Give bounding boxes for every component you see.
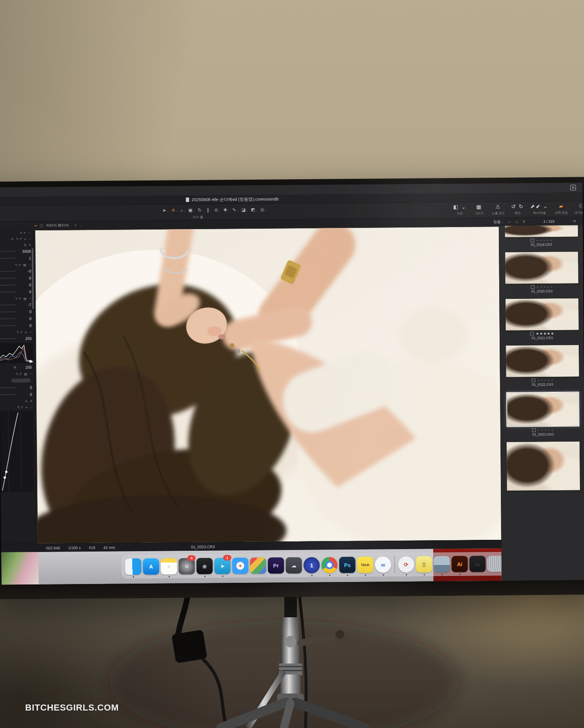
tone-curve[interactable] xyxy=(0,411,34,492)
highlight-row[interactable]: -7 xyxy=(0,301,34,309)
exposure-warning-button[interactable]: ⚠노출 경고 xyxy=(492,203,505,215)
select-checkbox[interactable] xyxy=(531,285,535,289)
more-icon[interactable]: ⋯ xyxy=(28,231,31,235)
menu-icon[interactable]: ▤ xyxy=(24,372,27,376)
more-icon[interactable]: ⋯ xyxy=(29,406,32,409)
menu-icon[interactable]: ≡ xyxy=(24,237,26,241)
erase-mask-tool[interactable]: ◪⌄ xyxy=(240,206,249,213)
layer-selector[interactable]: 이미지 레이어 ⌄ xyxy=(46,223,72,228)
system-settings[interactable]: ⚙ 4 xyxy=(178,556,195,576)
safari[interactable]: ✦ xyxy=(231,556,249,576)
fit-zoom-select[interactable]: 맞춤 ⌄ xyxy=(493,219,504,224)
structure-row[interactable]: 0 xyxy=(0,391,35,398)
star-rating[interactable]: • • • • • xyxy=(537,286,553,288)
menu-icon[interactable]: ≡ xyxy=(26,406,28,409)
menu-icon[interactable]: ▤ xyxy=(23,263,26,267)
more-icon[interactable]: ⋯ xyxy=(28,263,32,267)
filmstrip-item[interactable]: ★★★★★ 01_0321.CR3 xyxy=(505,298,579,340)
select-checkbox[interactable] xyxy=(530,332,533,335)
gradient-mask-tool[interactable]: ◩⌄ xyxy=(250,206,259,213)
thumbnail[interactable] xyxy=(505,225,578,237)
thumbnail[interactable] xyxy=(506,391,580,427)
add-layer-button[interactable]: + xyxy=(75,223,77,227)
brightness-row[interactable]: 0 xyxy=(0,281,34,289)
rotate-tool[interactable]: ↻⌄ xyxy=(197,206,205,214)
more-icon[interactable]: ⋯ xyxy=(29,372,32,376)
select-checkbox[interactable] xyxy=(532,378,535,382)
star-rating[interactable]: • • • • • xyxy=(538,379,553,382)
thumbnail[interactable] xyxy=(505,251,578,283)
filmstrip-item[interactable]: • • • • • 01_0322.CR3 xyxy=(506,345,579,387)
filmstrip-item[interactable] xyxy=(507,441,580,490)
rotate-buttons[interactable]: ↺ ↻회전 xyxy=(511,203,524,215)
reset-icon[interactable]: ↰ ↱ xyxy=(15,297,21,301)
input-source-icon[interactable]: A xyxy=(570,185,576,190)
sync-app[interactable]: ⟳ xyxy=(397,554,415,575)
grid-view-icon[interactable]: ▢ xyxy=(39,223,43,228)
select-checkbox[interactable] xyxy=(532,428,536,432)
pan-tool[interactable]: ✛⌄ xyxy=(171,206,178,214)
cloud-w-app[interactable]: ☁ xyxy=(285,555,303,576)
layers-icon[interactable]: ▪▪ xyxy=(34,223,37,227)
filmstrip-item[interactable]: • • • • • 01_0320.CR3 xyxy=(505,251,578,293)
reset-icon[interactable]: ↰ ↱ xyxy=(17,406,24,409)
reset-icon[interactable]: ↰ ↱ xyxy=(16,237,22,241)
premiere-pro[interactable]: Pr xyxy=(267,555,285,576)
mode-icon[interactable]: ⇅ xyxy=(24,243,27,247)
straighten-tool[interactable]: ∥⌄ xyxy=(206,206,213,214)
menu-icon[interactable]: ▤ xyxy=(24,297,27,301)
eyedropper-icon[interactable]: ✎ xyxy=(14,365,17,369)
loupe-tool[interactable]: ⌕⌄ xyxy=(180,206,186,214)
image-viewer[interactable] xyxy=(34,226,501,543)
menu-icon[interactable]: ≡ xyxy=(25,331,27,334)
reset-icon[interactable]: ↰ ↱ xyxy=(19,231,26,235)
zoom-icon[interactable]: ⌕ xyxy=(509,219,511,224)
pencil-icon[interactable]: ✎ xyxy=(11,237,14,241)
shadow-row[interactable]: 0 xyxy=(0,308,34,316)
exposure-row[interactable]: -0 xyxy=(0,268,34,275)
capture-one[interactable]: 1 xyxy=(303,555,320,575)
thumbnail[interactable] xyxy=(506,345,579,377)
app-store[interactable]: A xyxy=(142,556,160,577)
spot-tool[interactable]: ⊙⌄ xyxy=(213,206,221,213)
black-row[interactable]: 0 xyxy=(0,322,34,329)
select-checkbox[interactable] xyxy=(531,238,535,242)
saturation-row[interactable]: 0 xyxy=(0,288,34,296)
toggle-icon[interactable]: ≒ xyxy=(25,399,28,403)
filmstrip-browser[interactable]: • • • • • 01_0319.CR3 • • • • • 01_0320.… xyxy=(499,225,584,581)
notes[interactable]: ≡ xyxy=(160,556,178,576)
compare-icon[interactable]: ◇ xyxy=(515,220,518,224)
panel-pill-button[interactable] xyxy=(11,378,31,382)
w-circle-app[interactable]: ᴡ xyxy=(374,554,392,575)
radial-mask-tool[interactable]: ◎⌄ xyxy=(260,206,268,213)
star-rating[interactable]: • • • • • xyxy=(538,429,554,432)
wb-temp-row[interactable]: 5506 xyxy=(0,248,34,255)
select-tool[interactable]: ➤⌄ xyxy=(161,206,169,214)
filmstrip-item[interactable]: • • • • • 01_0323.CR3 xyxy=(506,391,580,436)
thumbnail[interactable] xyxy=(507,441,580,490)
chrome[interactable] xyxy=(320,555,338,575)
capture-one-classic[interactable]: ◉ xyxy=(195,556,213,576)
dock-separator[interactable] xyxy=(392,554,397,575)
brush-icon[interactable]: ✐ xyxy=(30,399,32,403)
wb-tint-row[interactable]: 1 xyxy=(0,255,34,262)
more-icon[interactable]: ⋯ xyxy=(29,331,32,334)
reset-icon[interactable]: ↰ ↱ xyxy=(17,331,23,334)
more-icon[interactable]: ⋯ xyxy=(28,297,32,301)
illustrator[interactable]: Ai xyxy=(451,554,468,574)
reset-icon[interactable]: ↰ ↱ xyxy=(15,372,22,376)
copy-apply-button[interactable]: ⬈⬋ ⌄복사/적용 xyxy=(530,203,549,215)
reset-icon[interactable]: ↰ ↱ xyxy=(15,263,21,267)
grid-button[interactable]: ▦그리드 xyxy=(473,203,485,215)
compare-before-button[interactable]: ◧ ⌄이전 xyxy=(453,204,466,216)
eyedropper-icon[interactable]: ✎ xyxy=(28,243,31,247)
star-rating[interactable]: • • • • • xyxy=(537,239,552,242)
crop-tool[interactable]: ▣⌄ xyxy=(187,206,196,214)
color-grid-app[interactable] xyxy=(249,555,267,576)
levels-histogram[interactable] xyxy=(0,343,33,363)
thumbnail[interactable] xyxy=(505,298,579,330)
contrast-row[interactable]: 0 xyxy=(0,275,34,282)
stickies[interactable]: ≣ xyxy=(415,554,433,574)
minimized-photo-window[interactable] xyxy=(433,554,451,574)
edit-selected-button[interactable]: ▰선택 편집 xyxy=(555,203,568,215)
